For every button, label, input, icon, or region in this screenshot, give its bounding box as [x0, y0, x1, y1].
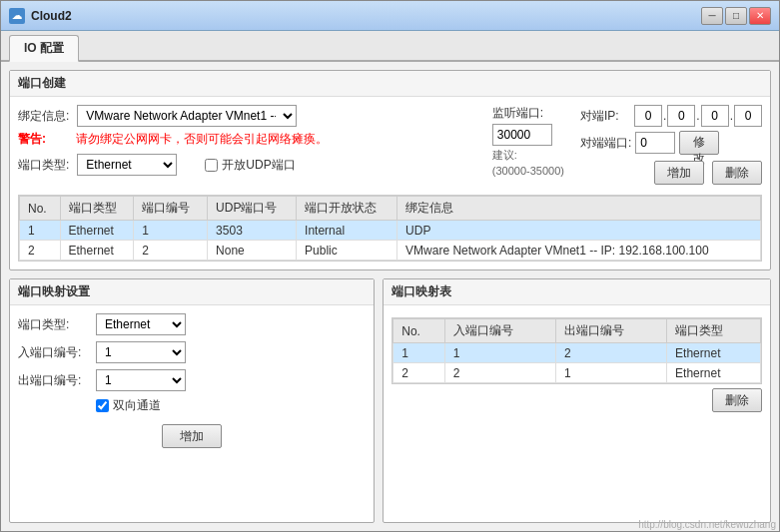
- bidirectional-row: 双向通道: [96, 397, 366, 414]
- listen-port-input[interactable]: [492, 124, 552, 146]
- cell-type: Ethernet: [60, 241, 134, 261]
- ip-field-3[interactable]: [734, 105, 762, 127]
- maximize-button[interactable]: □: [725, 7, 747, 25]
- listen-block: 监听端口: 建议: (30000-35000): [492, 105, 564, 185]
- cell-binding: VMware Network Adapter VMnet1 -- IP: 192…: [397, 241, 761, 261]
- title-bar: ☁ Cloud2 ─ □ ✕: [1, 1, 779, 31]
- port-type-label: 端口类型:: [18, 157, 69, 174]
- col-no: No.: [20, 197, 61, 221]
- mapping-form: 端口类型: Ethernet Serial 入端口编号: 1 2: [18, 313, 366, 448]
- cell-no: 2: [20, 241, 61, 261]
- map-col-out: 出端口编号: [555, 319, 666, 343]
- add-del-row: 增加 删除: [580, 161, 762, 185]
- col-udp: UDP端口号: [208, 197, 297, 221]
- port-type-row: 端口类型: Ethernet Serial 开放UDP端口: [18, 154, 476, 176]
- port-type-select[interactable]: Ethernet Serial: [77, 154, 177, 176]
- main-content: 端口创建 绑定信息: VMware Network Adapter VMnet1…: [1, 62, 779, 531]
- remote-ip-label: 对端IP:: [580, 108, 630, 125]
- binding-select[interactable]: VMware Network Adapter VMnet1 -- IP: 192…: [77, 105, 297, 127]
- map-cell-in: 1: [444, 343, 555, 363]
- watermark: http://blog.csdn.net/kewuzhang: [638, 519, 776, 530]
- add-port-button[interactable]: 增加: [654, 161, 704, 185]
- left-form: 绑定信息: VMware Network Adapter VMnet1 -- I…: [18, 105, 476, 176]
- out-port-label: 出端口编号:: [18, 372, 88, 389]
- port-table-row[interactable]: 1 Ethernet 1 3503 Internal UDP: [20, 221, 761, 241]
- cell-binding: UDP: [397, 221, 761, 241]
- close-button[interactable]: ✕: [749, 7, 771, 25]
- cell-port-no: 2: [134, 241, 208, 261]
- suggest-range: (30000-35000): [492, 165, 564, 177]
- port-mapping-table-panel: 端口映射表 No. 入端口编号 出端口编号 端口类型: [383, 278, 771, 523]
- warning-row: 警告: 请勿绑定公网网卡，否则可能会引起网络瘫痪。: [18, 131, 476, 148]
- remote-block: 对端IP: . . .: [580, 105, 762, 185]
- remote-ip-row: 对端IP: . . .: [580, 105, 762, 127]
- bottom-row: 端口映射设置 端口类型: Ethernet Serial 入端口编号:: [9, 278, 771, 523]
- map-cell-no: 1: [393, 343, 445, 363]
- map-cell-out: 1: [555, 363, 666, 383]
- map-col-no: No.: [393, 319, 445, 343]
- binding-row: 绑定信息: VMware Network Adapter VMnet1 -- I…: [18, 105, 476, 127]
- remote-port-label: 对端端口:: [580, 135, 631, 152]
- tab-io-config[interactable]: IO 配置: [9, 35, 79, 62]
- mapping-table-wrapper: No. 入端口编号 出端口编号 端口类型 1 1 2 Ethernet 2 2 …: [391, 317, 762, 384]
- ip-box: . . .: [634, 105, 762, 127]
- cell-udp: None: [208, 241, 297, 261]
- mapping-table-title: 端口映射表: [384, 279, 770, 305]
- del-mapping-button[interactable]: 删除: [712, 388, 762, 412]
- mapping-add-button[interactable]: 增加: [162, 424, 222, 448]
- bidirectional-checkbox[interactable]: [96, 399, 109, 412]
- map-col-type: 端口类型: [667, 319, 761, 343]
- port-table-wrapper: No. 端口类型 端口编号 UDP端口号 端口开放状态 绑定信息 1 Ether…: [18, 195, 762, 262]
- map-col-in: 入端口编号: [444, 319, 555, 343]
- port-table-row[interactable]: 2 Ethernet 2 None Public VMware Network …: [20, 241, 761, 261]
- udp-checkbox-label[interactable]: 开放UDP端口: [205, 157, 295, 174]
- cell-status: Public: [297, 241, 397, 261]
- map-cell-type: Ethernet: [667, 363, 761, 383]
- map-table-header: No. 入端口编号 出端口编号 端口类型: [393, 319, 761, 343]
- map-table-row[interactable]: 1 1 2 Ethernet: [393, 343, 761, 363]
- remote-port-input[interactable]: [635, 132, 675, 154]
- port-creation-form: 绑定信息: VMware Network Adapter VMnet1 -- I…: [18, 105, 762, 185]
- modify-button[interactable]: 修改: [679, 131, 719, 155]
- del-port-button[interactable]: 删除: [712, 161, 762, 185]
- in-port-label: 入端口编号:: [18, 344, 88, 361]
- window-title: Cloud2: [31, 9, 701, 23]
- in-port-row: 入端口编号: 1 2: [18, 341, 366, 363]
- mapping-type-select[interactable]: Ethernet Serial: [96, 313, 186, 335]
- tab-bar: IO 配置: [1, 31, 779, 62]
- map-cell-type: Ethernet: [667, 343, 761, 363]
- map-table-row[interactable]: 2 2 1 Ethernet: [393, 363, 761, 383]
- minimize-button[interactable]: ─: [701, 7, 723, 25]
- map-cell-in: 2: [444, 363, 555, 383]
- mapping-add-row: 增加: [18, 424, 366, 448]
- bidirectional-label[interactable]: 双向通道: [96, 397, 161, 414]
- udp-checkbox[interactable]: [205, 159, 218, 172]
- port-mapping-setup-panel: 端口映射设置 端口类型: Ethernet Serial 入端口编号:: [9, 278, 375, 523]
- right-controls: 监听端口: 建议: (30000-35000) 对端IP:: [492, 105, 762, 185]
- main-window: ☁ Cloud2 ─ □ ✕ IO 配置 端口创建 绑定信息:: [0, 0, 780, 532]
- app-icon: ☁: [9, 8, 25, 24]
- ip-field-2[interactable]: [701, 105, 729, 127]
- out-port-select[interactable]: 1 2: [96, 369, 186, 391]
- cell-port-no: 1: [134, 221, 208, 241]
- port-creation-body: 绑定信息: VMware Network Adapter VMnet1 -- I…: [10, 97, 770, 269]
- remote-port-row: 对端端口: 修改: [580, 131, 762, 155]
- port-creation-title: 端口创建: [10, 71, 770, 97]
- cell-udp: 3503: [208, 221, 297, 241]
- ip-field-1[interactable]: [667, 105, 695, 127]
- col-status: 端口开放状态: [297, 197, 397, 221]
- binding-label: 绑定信息:: [18, 108, 69, 125]
- map-cell-out: 2: [555, 343, 666, 363]
- in-port-select[interactable]: 1 2: [96, 341, 186, 363]
- out-port-row: 出端口编号: 1 2: [18, 369, 366, 391]
- map-table: No. 入端口编号 出端口编号 端口类型 1 1 2 Ethernet 2 2 …: [392, 318, 761, 383]
- mapping-table-body: No. 入端口编号 出端口编号 端口类型 1 1 2 Ethernet 2 2 …: [384, 305, 770, 420]
- col-type: 端口类型: [60, 197, 134, 221]
- ip-field-0[interactable]: [634, 105, 662, 127]
- col-port-no: 端口编号: [134, 197, 208, 221]
- warning-label: 警告:: [18, 131, 68, 148]
- listen-port-label: 监听端口:: [492, 105, 543, 122]
- port-table-header: No. 端口类型 端口编号 UDP端口号 端口开放状态 绑定信息: [20, 197, 761, 221]
- title-buttons: ─ □ ✕: [701, 7, 771, 25]
- warning-text: 请勿绑定公网网卡，否则可能会引起网络瘫痪。: [76, 131, 328, 148]
